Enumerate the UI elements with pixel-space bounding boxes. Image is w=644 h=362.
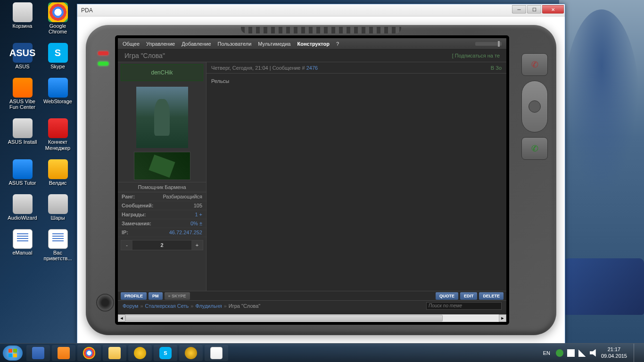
username-box[interactable]: denCHik <box>121 64 203 81</box>
scroll-track[interactable] <box>125 314 499 322</box>
pager-minus[interactable]: - <box>121 240 132 250</box>
taskbar-chrome[interactable] <box>77 345 101 361</box>
stat-value: Разбирающийся <box>163 194 202 199</box>
scroll-thumb[interactable] <box>125 315 443 321</box>
desktop-icon[interactable]: Вас приветств... <box>40 229 75 261</box>
desktop-icon-image <box>48 194 68 214</box>
pda-window: PDA ─ ☐ ✕ ✆ ✆ ОбщееУправлениеДобавлениеП… <box>77 4 565 344</box>
scroll-right-arrow[interactable]: ► <box>499 314 506 322</box>
desktop-icon[interactable]: eManual <box>5 229 40 255</box>
pager-value: 2 <box>132 240 191 250</box>
horizontal-scrollbar[interactable]: ◄ ► <box>118 314 506 322</box>
breadcrumb-link[interactable]: Флудильня <box>195 303 222 309</box>
show-desktop-button[interactable] <box>634 344 638 362</box>
stat-value[interactable]: 1 + <box>195 212 202 217</box>
tray-utorrent-icon[interactable] <box>556 349 563 357</box>
desktop-icon[interactable]: ASUS Vibe Fun Center <box>5 78 40 110</box>
desktop-icon-label: Велдис <box>40 180 75 186</box>
tray-speaker-icon[interactable] <box>590 349 597 357</box>
taskbar-skype[interactable]: S <box>154 345 177 361</box>
desktop-icon-label: Skype <box>40 64 75 69</box>
clock-time: 21:17 <box>601 346 627 353</box>
post-action-profile[interactable]: PROFILE <box>121 292 147 300</box>
user-signature-image[interactable] <box>134 152 190 180</box>
topic-search[interactable] <box>426 302 502 310</box>
svg-rect-2 <box>8 354 12 357</box>
desktop-icon[interactable]: AudioWizard <box>5 194 40 221</box>
taskbar-word[interactable] <box>26 345 50 361</box>
forum-menu-item[interactable]: Мультимедиа <box>258 41 290 47</box>
desktop-icon[interactable]: Google Chrome <box>40 2 75 34</box>
forum-menu-item[interactable]: Управление <box>146 41 175 47</box>
window-maximize-button[interactable]: ☐ <box>527 5 541 14</box>
desktop-icon-label: WebStorage <box>40 99 75 104</box>
desktop-icon[interactable]: Коннект Менеджер <box>40 118 75 150</box>
post-action-skype[interactable]: » SKYPE <box>165 292 190 300</box>
taskbar-radiation-app-2[interactable] <box>179 345 203 361</box>
breadcrumb-link[interactable]: Форум <box>123 303 138 309</box>
forum-menu-item[interactable]: Добавление <box>182 41 211 47</box>
desktop-icon[interactable]: Корзина <box>5 2 40 29</box>
stat-value[interactable]: 46.72.247.252 <box>169 230 202 235</box>
taskbar-radiation-app[interactable] <box>128 345 152 361</box>
start-button[interactable] <box>3 346 23 361</box>
user-avatar[interactable] <box>136 87 188 148</box>
desktop-icon-label: eManual <box>5 250 40 255</box>
post-action-edit[interactable]: EDIT <box>460 292 478 300</box>
taskbar-paint[interactable] <box>205 345 228 361</box>
desktop-icon[interactable]: ASUS Tutor <box>5 159 40 186</box>
post-action-delete[interactable]: DELETE <box>479 292 504 300</box>
forum-menu-item[interactable]: Конструктор <box>297 41 329 47</box>
menu-slider[interactable] <box>475 42 502 46</box>
post-action-quote[interactable]: QUOTE <box>436 292 458 300</box>
post-number[interactable]: 2476 <box>306 65 318 71</box>
stat-key: Сообщений: <box>122 203 153 208</box>
desktop-icon-image <box>48 2 68 22</box>
windows-taskbar: S EN 21:17 09.04.2015 <box>0 343 644 362</box>
stat-value[interactable]: 0% ± <box>190 221 202 226</box>
desktop-icon-image <box>13 159 33 179</box>
desktop-icon-label: Вас приветств... <box>40 250 75 261</box>
topic-search-input[interactable] <box>427 303 501 309</box>
desktop-icon-label: Google Chrome <box>40 23 75 34</box>
scroll-left-arrow[interactable]: ◄ <box>118 314 125 322</box>
system-tray: EN 21:17 09.04.2015 <box>541 344 641 362</box>
desktop-icon-image <box>13 194 33 214</box>
user-rank-title: Помощник Бармена <box>118 182 206 192</box>
pda-call-button[interactable]: ✆ <box>521 137 548 160</box>
taskbar-media-player[interactable] <box>52 345 75 361</box>
breadcrumb-current: Игра "Слова" <box>229 303 260 309</box>
tray-network-icon[interactable] <box>578 349 586 357</box>
desktop-icon-label: Корзина <box>5 23 40 29</box>
stat-key: Замечания: <box>122 221 151 226</box>
window-minimize-button[interactable]: ─ <box>512 5 526 14</box>
subscribe-link[interactable]: [ Подписаться на те <box>452 53 500 58</box>
taskbar-clock[interactable]: 21:17 09.04.2015 <box>601 346 627 359</box>
desktop-icon[interactable]: WebStorage <box>40 78 75 104</box>
breadcrumb-row: Форум»Сталкерская Сеть»Флудильня»Игра "С… <box>118 300 506 311</box>
forum-menu-item[interactable]: Общее <box>123 41 140 47</box>
forum-top-menu: ОбщееУправлениеДобавлениеПользователиМул… <box>118 38 506 49</box>
desktop-icon[interactable]: Велдис <box>40 159 75 186</box>
taskbar-explorer[interactable] <box>103 345 126 361</box>
pda-hangup-button[interactable]: ✆ <box>521 53 548 76</box>
desktop-icon[interactable]: Шары <box>40 194 75 221</box>
pda-camera-lens <box>96 294 114 312</box>
language-indicator[interactable]: EN <box>541 349 552 357</box>
post-user-panel: denCHik Помощник Бармена Ранг:Разбирающи… <box>118 62 206 291</box>
forum-menu-item[interactable]: ? <box>336 41 339 47</box>
post-action-pm[interactable]: PM <box>149 292 163 300</box>
window-titlebar[interactable]: PDA ─ ☐ ✕ <box>77 4 565 16</box>
forum-menu-item[interactable]: Пользователи <box>218 41 252 47</box>
breadcrumb-separator: » <box>190 303 193 309</box>
post-body: Рельсы <box>206 74 506 291</box>
desktop-icon[interactable]: ASUS Install <box>5 118 40 145</box>
window-close-button[interactable]: ✕ <box>542 5 564 14</box>
desktop-icon-grid: КорзинаGoogle ChromeASUSASUSSSkypeASUS V… <box>5 2 80 270</box>
breadcrumb-link[interactable]: Сталкерская Сеть <box>145 303 189 309</box>
tray-flag-icon[interactable] <box>567 349 575 357</box>
pda-dpad[interactable] <box>521 81 548 132</box>
pager-plus[interactable]: + <box>191 240 203 250</box>
desktop-icon[interactable]: SSkype <box>40 43 75 69</box>
desktop-icon[interactable]: ASUSASUS <box>5 43 40 69</box>
